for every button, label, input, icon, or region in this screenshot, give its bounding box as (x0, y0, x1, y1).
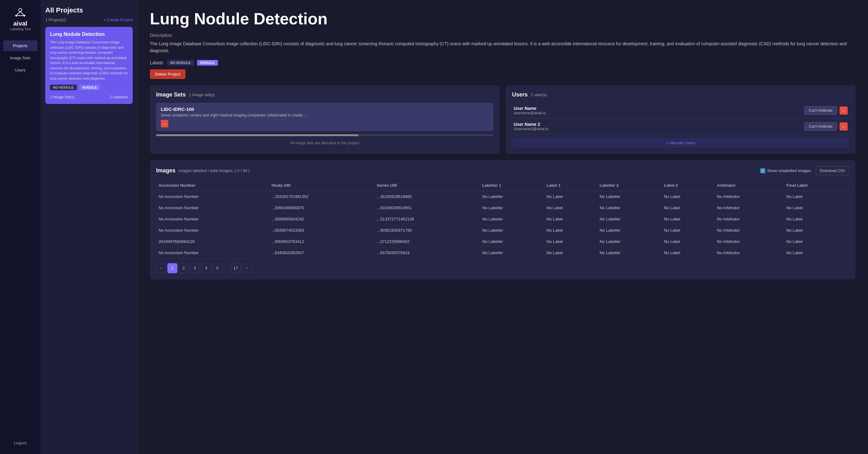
col-label1: Label 1 (544, 180, 597, 191)
cant-arbitrate-button-1[interactable]: Can't Arbitrate (804, 106, 837, 115)
cell-labeller2-row3: No Labeller (597, 224, 661, 236)
create-project-link[interactable]: + Create Project (103, 18, 133, 22)
show-unlabelled-control: ✓ Show unlabelled images (760, 168, 811, 173)
table-row[interactable]: No Accession Number...6340818362827...65… (156, 247, 849, 258)
user-name-1: User Name (514, 106, 546, 111)
allocate-users-link[interactable]: + Allocate Users (666, 141, 695, 145)
main-content: Lung Nodule Detection Description: The L… (137, 0, 868, 454)
sidebar-item-projects[interactable]: Projects (3, 40, 37, 51)
show-unlabelled-checkbox[interactable]: ✓ (760, 168, 765, 173)
cell-label1-row1: No Label (544, 202, 597, 213)
cell-study-uid-row0: ...153281751961352 (269, 191, 374, 202)
cell-label1-row2: No Label (544, 213, 597, 224)
user-actions-1: Can't Arbitrate – (804, 106, 848, 115)
col-series-uid: Series UID (374, 180, 480, 191)
cell-label2-row1: No Label (661, 202, 714, 213)
cell-labeller1-row4: No Labeller (480, 236, 544, 247)
user-row-2: User Name 2 Username2@aival.io Can't Arb… (512, 119, 849, 134)
col-labeller1: Labeller 1 (480, 180, 544, 191)
remove-user-button-1[interactable]: – (840, 107, 848, 115)
svg-point-5 (23, 15, 25, 17)
remove-user-button-2[interactable]: – (840, 122, 848, 130)
cell-label2-row2: No Label (661, 213, 714, 224)
images-header: Images images labelled / total Images: (… (156, 167, 849, 175)
cell-study-uid-row5: ...6340818362827 (269, 247, 374, 258)
next-page-button[interactable]: › (242, 263, 252, 273)
cell-label2-row0: No Label (661, 191, 714, 202)
allocate-bar: + Allocate Users (512, 138, 849, 148)
sidebar: aival Labelling Tool Projects Image Sets… (0, 0, 40, 454)
logo: aival Labelling Tool (10, 6, 31, 31)
table-row[interactable]: 2819497684894126...0004923763412...37122… (156, 236, 849, 247)
project-card-description: The Lung Image Database Consortium image… (50, 40, 128, 81)
cell-label2-row4: No Label (661, 236, 714, 247)
page-button-2[interactable]: 2 (179, 263, 189, 273)
user-row-1: User Name username@aival.io Can't Arbitr… (512, 103, 849, 119)
cell-labeller1-row2: No Labeller (480, 213, 544, 224)
images-title-row: Images images labelled / total Images: (… (156, 168, 250, 174)
page-button-4[interactable]: 4 (201, 263, 211, 273)
project-stats: 1 Image Set(s) 2 Labellers (50, 95, 128, 99)
col-accession-number: Accession Number (156, 180, 269, 191)
delete-project-button[interactable]: Delete Project (150, 69, 185, 79)
cell-arbitrator-row4: No Arbitrator (714, 236, 784, 247)
cell-final-label-row0: No Label (784, 191, 849, 202)
image-set-name: LIDC-IDRC-100 (161, 107, 489, 112)
user-actions-2: Can't Arbitrate – (804, 122, 848, 131)
page-button-3[interactable]: 3 (190, 263, 200, 273)
user-name-2: User Name 2 (514, 122, 549, 127)
image-sets-count: 1 image set(s) (189, 92, 215, 97)
image-sets-title: Image Sets (156, 91, 186, 98)
cell-accession-row0: No Accession Number (156, 191, 269, 202)
users-title: Users (512, 91, 528, 98)
col-labeller2: Labeller 2 (597, 180, 661, 191)
cell-labeller2-row2: No Labeller (597, 213, 661, 224)
user-email-1: username@aival.io (514, 111, 546, 115)
table-row[interactable]: No Accession Number...153281751961352...… (156, 191, 849, 202)
users-panel-header: Users 2 user(s) (512, 91, 849, 98)
cell-arbitrator-row5: No Arbitrator (714, 247, 784, 258)
page-button-5[interactable]: 5 (212, 263, 222, 273)
label-badge-no-nodule: NO NODULE (50, 85, 77, 90)
cell-series-uid-row3: ...90301835871780 (374, 224, 480, 236)
col-final-label: Final Label (784, 180, 849, 191)
table-row[interactable]: No Accession Number...0038674523383...90… (156, 224, 849, 236)
image-sets-panel-header: Image Sets 1 image set(s) (156, 91, 493, 98)
user-info-1: User Name username@aival.io (514, 106, 546, 115)
download-csv-button[interactable]: Download CSV (816, 167, 849, 175)
project-image-sets-count: 1 Image Set(s) (50, 95, 74, 99)
sidebar-item-users[interactable]: Users (3, 65, 37, 75)
cell-accession-row1: No Accession Number (156, 202, 269, 213)
prev-page-button[interactable]: ‹ (156, 263, 166, 273)
cell-series-uid-row5: ...65750450769​19 (374, 247, 480, 258)
cell-final-label-row2: No Label (784, 213, 849, 224)
aival-logo-icon (12, 6, 28, 19)
cell-series-uid-row4: ...3712229588402 (374, 236, 480, 247)
logout-button[interactable]: Logout (11, 438, 29, 448)
table-row[interactable]: No Accession Number...3506865604242...31… (156, 213, 849, 224)
cell-labeller2-row4: No Labeller (597, 236, 661, 247)
cell-study-uid-row2: ...3506865604242 (269, 213, 374, 224)
scroll-indicator (156, 134, 493, 136)
table-row[interactable]: No Accession Number...3091048690870...83… (156, 202, 849, 213)
svg-point-0 (19, 8, 22, 11)
pagination: ‹ 1 2 3 4 5 ... 17 › (156, 263, 849, 273)
page-button-17[interactable]: 17 (231, 263, 241, 273)
two-col-section: Image Sets 1 image set(s) LIDC-IDRC-100 … (150, 85, 856, 154)
cell-series-uid-row2: ...313373771452136 (374, 213, 480, 224)
sidebar-item-image-sets[interactable]: Image Sets (3, 53, 37, 63)
cell-arbitrator-row0: No Arbitrator (714, 191, 784, 202)
table-header-row: Accession Number Study UID Series UID La… (156, 180, 849, 191)
page-title: Lung Nodule Detection (150, 9, 856, 28)
page-dots: ... (223, 266, 229, 270)
project-card[interactable]: Lung Nodule Detection The Lung Image Dat… (45, 27, 133, 104)
scroll-thumb (156, 134, 359, 136)
cell-label1-row5: No Label (544, 247, 597, 258)
page-button-1[interactable]: 1 (167, 263, 177, 273)
user-email-2: Username2@aival.io (514, 127, 549, 131)
cell-study-uid-row1: ...3091048690870 (269, 202, 374, 213)
svg-point-4 (15, 15, 17, 17)
remove-image-set-button[interactable]: – (161, 120, 168, 127)
description-label: Description: (150, 33, 856, 38)
cant-arbitrate-button-2[interactable]: Can't Arbitrate (804, 122, 837, 131)
